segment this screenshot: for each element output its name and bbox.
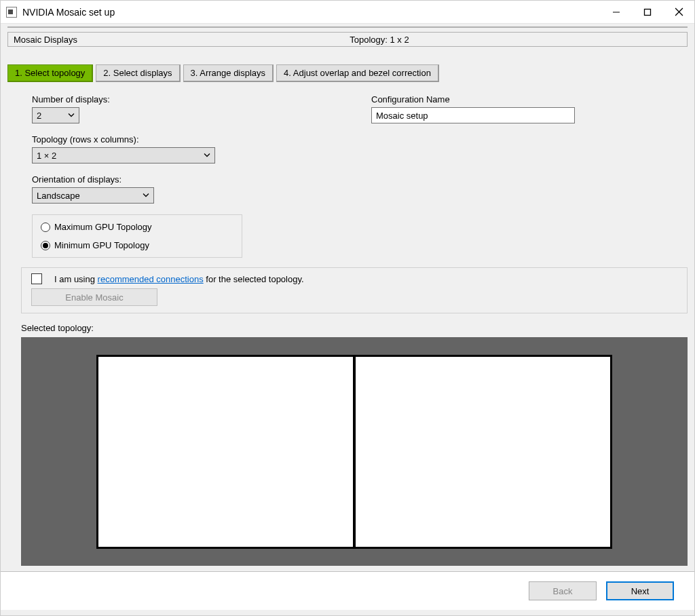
radio-min-topology[interactable]: Minimum GPU Topology xyxy=(41,240,235,250)
tabs: 1. Select topology 2. Select displays 3.… xyxy=(7,64,688,82)
app-window: NVIDIA Mosaic set up Mosaic Displays Top… xyxy=(0,0,695,616)
minimize-button[interactable] xyxy=(601,1,632,23)
right-column: Configuration Name xyxy=(371,94,575,258)
back-button: Back xyxy=(529,581,597,600)
topology-label: Topology (rows x columns): xyxy=(32,134,351,145)
selected-topology-label: Selected topology: xyxy=(7,323,688,333)
field-orientation: Orientation of displays: Landscape xyxy=(32,174,351,204)
separator xyxy=(7,26,688,28)
check-text: I am using recommended connections for t… xyxy=(54,274,304,284)
field-topology: Topology (rows x columns): 1 × 2 xyxy=(32,134,351,163)
recommended-checkbox-row[interactable]: I am using recommended connections for t… xyxy=(31,273,680,284)
left-column: Number of displays: 2 Topology (rows x c… xyxy=(32,94,351,258)
maximize-button[interactable] xyxy=(632,1,663,23)
topology-select[interactable]: 1 × 2 xyxy=(32,147,215,163)
lower-form: I am using recommended connections for t… xyxy=(7,258,688,313)
orientation-select[interactable]: Landscape xyxy=(32,187,154,204)
titlebar: NVIDIA Mosaic set up xyxy=(1,1,694,24)
gpu-topology-group: Maximum GPU Topology Minimum GPU Topolog… xyxy=(32,214,242,258)
window-title: NVIDIA Mosaic set up xyxy=(22,7,115,18)
footer: Back Next xyxy=(1,571,694,610)
num-displays-select[interactable]: 2 xyxy=(32,107,79,123)
tab-select-displays[interactable]: 2. Select displays xyxy=(96,64,180,82)
display-cell-1 xyxy=(98,357,356,547)
status-right: Topology: 1 x 2 xyxy=(350,35,409,45)
app-icon xyxy=(6,7,17,18)
status-left: Mosaic Displays xyxy=(14,35,77,45)
recommended-link[interactable]: recommended connections xyxy=(98,274,204,284)
num-displays-label: Number of displays: xyxy=(32,94,351,104)
config-name-label: Configuration Name xyxy=(371,94,575,104)
enable-mosaic-button: Enable Mosaic xyxy=(31,288,157,306)
minimize-icon xyxy=(612,8,620,16)
close-button[interactable] xyxy=(663,1,694,23)
svg-rect-1 xyxy=(645,9,651,15)
tab-arrange-displays[interactable]: 3. Arrange displays xyxy=(183,64,274,82)
tab-adjust-overlap[interactable]: 4. Adjust overlap and bezel correction xyxy=(276,64,439,82)
orientation-label: Orientation of displays: xyxy=(32,174,351,185)
radio-icon xyxy=(41,223,50,232)
tab-select-topology[interactable]: 1. Select topology xyxy=(7,64,93,82)
display-cell-2 xyxy=(356,357,610,547)
form: Number of displays: 2 Topology (rows x c… xyxy=(7,94,688,258)
topology-frame xyxy=(96,355,612,549)
chevron-down-icon xyxy=(143,191,149,201)
chevron-down-icon xyxy=(204,151,210,161)
close-icon xyxy=(675,7,683,16)
checkbox-icon xyxy=(31,273,42,284)
maximize-icon xyxy=(643,8,652,16)
content-area: Mosaic Displays Topology: 1 x 2 1. Selec… xyxy=(1,24,694,615)
radio-max-topology[interactable]: Maximum GPU Topology xyxy=(41,222,235,232)
next-button[interactable]: Next xyxy=(606,581,674,600)
field-num-displays: Number of displays: 2 xyxy=(32,94,351,123)
recommended-panel: I am using recommended connections for t… xyxy=(21,267,688,313)
config-name-input[interactable] xyxy=(371,107,575,123)
status-bar: Mosaic Displays Topology: 1 x 2 xyxy=(7,32,688,47)
chevron-down-icon xyxy=(68,111,75,121)
radio-icon xyxy=(41,241,50,250)
topology-preview xyxy=(21,337,688,566)
window-controls xyxy=(601,1,694,23)
